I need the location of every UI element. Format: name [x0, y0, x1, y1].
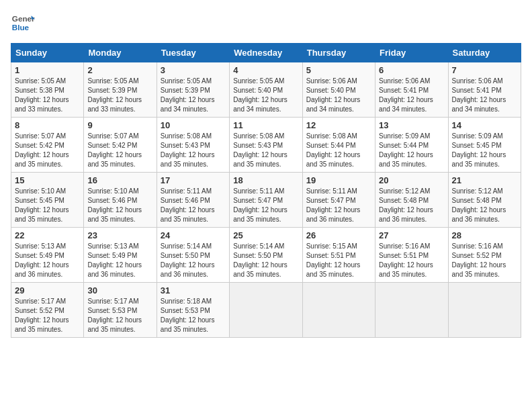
- calendar-cell: 12Sunrise: 5:08 AMSunset: 5:44 PMDayligh…: [302, 118, 375, 173]
- day-number: 25: [233, 230, 298, 240]
- calendar-cell: 1Sunrise: 5:05 AMSunset: 5:38 PMDaylight…: [11, 62, 84, 118]
- weekday-wednesday: Wednesday: [230, 44, 302, 62]
- day-info: Sunrise: 5:13 AMSunset: 5:49 PMDaylight:…: [15, 242, 80, 279]
- day-info: Sunrise: 5:17 AMSunset: 5:52 PMDaylight:…: [15, 297, 80, 334]
- weekday-saturday: Saturday: [448, 44, 521, 62]
- day-info: Sunrise: 5:07 AMSunset: 5:42 PMDaylight:…: [87, 132, 152, 169]
- svg-text:Blue: Blue: [12, 23, 30, 32]
- calendar-cell: 6Sunrise: 5:06 AMSunset: 5:41 PMDaylight…: [375, 62, 448, 118]
- calendar-cell: 27Sunrise: 5:16 AMSunset: 5:51 PMDayligh…: [375, 228, 448, 283]
- day-number: 16: [87, 175, 152, 185]
- day-number: 11: [233, 120, 298, 130]
- calendar-cell: 10Sunrise: 5:08 AMSunset: 5:43 PMDayligh…: [157, 118, 229, 173]
- day-info: Sunrise: 5:11 AMSunset: 5:47 PMDaylight:…: [233, 187, 298, 224]
- weekday-friday: Friday: [375, 44, 448, 62]
- day-info: Sunrise: 5:11 AMSunset: 5:46 PMDaylight:…: [161, 187, 226, 224]
- logo-icon: General Blue: [11, 11, 35, 35]
- calendar-cell: 9Sunrise: 5:07 AMSunset: 5:42 PMDaylight…: [84, 118, 157, 173]
- day-number: 8: [15, 120, 80, 130]
- day-info: Sunrise: 5:06 AMSunset: 5:40 PMDaylight:…: [306, 77, 371, 114]
- weekday-monday: Monday: [84, 44, 157, 62]
- day-info: Sunrise: 5:09 AMSunset: 5:45 PMDaylight:…: [452, 132, 517, 169]
- day-info: Sunrise: 5:05 AMSunset: 5:38 PMDaylight:…: [15, 77, 80, 114]
- calendar-cell: [302, 283, 375, 338]
- week-row-4: 22Sunrise: 5:13 AMSunset: 5:49 PMDayligh…: [11, 228, 521, 283]
- day-number: 7: [452, 65, 517, 75]
- weekday-sunday: Sunday: [11, 44, 84, 62]
- day-info: Sunrise: 5:14 AMSunset: 5:50 PMDaylight:…: [233, 242, 298, 279]
- day-number: 9: [87, 120, 152, 130]
- calendar-cell: 7Sunrise: 5:06 AMSunset: 5:41 PMDaylight…: [448, 62, 521, 118]
- calendar-table: SundayMondayTuesdayWednesdayThursdayFrid…: [11, 43, 521, 338]
- page-header: General Blue: [11, 11, 521, 35]
- day-info: Sunrise: 5:18 AMSunset: 5:53 PMDaylight:…: [161, 297, 226, 334]
- day-number: 10: [161, 120, 226, 130]
- day-info: Sunrise: 5:08 AMSunset: 5:43 PMDaylight:…: [161, 132, 226, 169]
- day-number: 5: [306, 65, 371, 75]
- day-number: 27: [379, 230, 444, 240]
- calendar-cell: 17Sunrise: 5:11 AMSunset: 5:46 PMDayligh…: [157, 173, 229, 228]
- day-number: 31: [161, 285, 226, 295]
- calendar-cell: 3Sunrise: 5:05 AMSunset: 5:39 PMDaylight…: [157, 62, 229, 118]
- day-info: Sunrise: 5:05 AMSunset: 5:40 PMDaylight:…: [233, 77, 298, 114]
- day-info: Sunrise: 5:11 AMSunset: 5:47 PMDaylight:…: [306, 187, 371, 224]
- day-number: 3: [161, 65, 226, 75]
- day-number: 4: [233, 65, 298, 75]
- calendar-cell: [448, 283, 521, 338]
- day-info: Sunrise: 5:06 AMSunset: 5:41 PMDaylight:…: [379, 77, 444, 114]
- day-info: Sunrise: 5:10 AMSunset: 5:46 PMDaylight:…: [87, 187, 152, 224]
- calendar-cell: 13Sunrise: 5:09 AMSunset: 5:44 PMDayligh…: [375, 118, 448, 173]
- calendar-cell: 22Sunrise: 5:13 AMSunset: 5:49 PMDayligh…: [11, 228, 84, 283]
- day-number: 22: [15, 230, 80, 240]
- calendar-cell: 30Sunrise: 5:17 AMSunset: 5:53 PMDayligh…: [84, 283, 157, 338]
- day-number: 12: [306, 120, 371, 130]
- calendar-cell: 2Sunrise: 5:05 AMSunset: 5:39 PMDaylight…: [84, 62, 157, 118]
- calendar-cell: 28Sunrise: 5:16 AMSunset: 5:52 PMDayligh…: [448, 228, 521, 283]
- calendar-cell: 16Sunrise: 5:10 AMSunset: 5:46 PMDayligh…: [84, 173, 157, 228]
- day-number: 15: [15, 175, 80, 185]
- calendar-cell: 26Sunrise: 5:15 AMSunset: 5:51 PMDayligh…: [302, 228, 375, 283]
- calendar-cell: 14Sunrise: 5:09 AMSunset: 5:45 PMDayligh…: [448, 118, 521, 173]
- day-info: Sunrise: 5:13 AMSunset: 5:49 PMDaylight:…: [87, 242, 152, 279]
- day-number: 26: [306, 230, 371, 240]
- day-info: Sunrise: 5:05 AMSunset: 5:39 PMDaylight:…: [87, 77, 152, 114]
- calendar-cell: 25Sunrise: 5:14 AMSunset: 5:50 PMDayligh…: [230, 228, 302, 283]
- calendar-cell: 31Sunrise: 5:18 AMSunset: 5:53 PMDayligh…: [157, 283, 229, 338]
- day-number: 17: [161, 175, 226, 185]
- calendar-cell: 20Sunrise: 5:12 AMSunset: 5:48 PMDayligh…: [375, 173, 448, 228]
- weekday-thursday: Thursday: [302, 44, 375, 62]
- day-info: Sunrise: 5:06 AMSunset: 5:41 PMDaylight:…: [452, 77, 517, 114]
- day-info: Sunrise: 5:05 AMSunset: 5:39 PMDaylight:…: [161, 77, 226, 114]
- calendar-cell: 23Sunrise: 5:13 AMSunset: 5:49 PMDayligh…: [84, 228, 157, 283]
- day-info: Sunrise: 5:08 AMSunset: 5:43 PMDaylight:…: [233, 132, 298, 169]
- day-number: 28: [452, 230, 517, 240]
- day-number: 23: [87, 230, 152, 240]
- calendar-cell: 5Sunrise: 5:06 AMSunset: 5:40 PMDaylight…: [302, 62, 375, 118]
- calendar-cell: 21Sunrise: 5:12 AMSunset: 5:48 PMDayligh…: [448, 173, 521, 228]
- day-number: 30: [87, 285, 152, 295]
- day-info: Sunrise: 5:07 AMSunset: 5:42 PMDaylight:…: [15, 132, 80, 169]
- day-info: Sunrise: 5:14 AMSunset: 5:50 PMDaylight:…: [161, 242, 226, 279]
- logo: General Blue: [11, 11, 35, 35]
- weekday-tuesday: Tuesday: [157, 44, 229, 62]
- day-number: 18: [233, 175, 298, 185]
- day-number: 13: [379, 120, 444, 130]
- day-number: 19: [306, 175, 371, 185]
- calendar-cell: 24Sunrise: 5:14 AMSunset: 5:50 PMDayligh…: [157, 228, 229, 283]
- day-info: Sunrise: 5:16 AMSunset: 5:51 PMDaylight:…: [379, 242, 444, 279]
- day-info: Sunrise: 5:12 AMSunset: 5:48 PMDaylight:…: [452, 187, 517, 224]
- calendar-cell: 19Sunrise: 5:11 AMSunset: 5:47 PMDayligh…: [302, 173, 375, 228]
- week-row-5: 29Sunrise: 5:17 AMSunset: 5:52 PMDayligh…: [11, 283, 521, 338]
- day-number: 20: [379, 175, 444, 185]
- day-number: 29: [15, 285, 80, 295]
- calendar-cell: 15Sunrise: 5:10 AMSunset: 5:45 PMDayligh…: [11, 173, 84, 228]
- calendar-cell: 8Sunrise: 5:07 AMSunset: 5:42 PMDaylight…: [11, 118, 84, 173]
- calendar-cell: 18Sunrise: 5:11 AMSunset: 5:47 PMDayligh…: [230, 173, 302, 228]
- calendar-cell: 29Sunrise: 5:17 AMSunset: 5:52 PMDayligh…: [11, 283, 84, 338]
- calendar-cell: 4Sunrise: 5:05 AMSunset: 5:40 PMDaylight…: [230, 62, 302, 118]
- day-info: Sunrise: 5:09 AMSunset: 5:44 PMDaylight:…: [379, 132, 444, 169]
- day-info: Sunrise: 5:10 AMSunset: 5:45 PMDaylight:…: [15, 187, 80, 224]
- day-info: Sunrise: 5:16 AMSunset: 5:52 PMDaylight:…: [452, 242, 517, 279]
- calendar-cell: 11Sunrise: 5:08 AMSunset: 5:43 PMDayligh…: [230, 118, 302, 173]
- day-number: 24: [161, 230, 226, 240]
